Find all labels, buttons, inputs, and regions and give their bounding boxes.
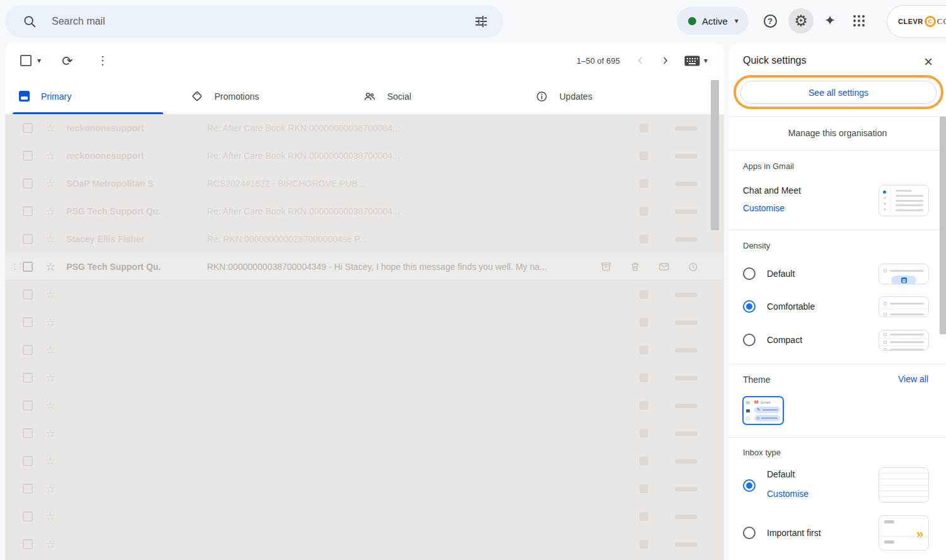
row-checkbox[interactable] xyxy=(23,317,33,327)
quick-settings-panel: Quick settings × See all settings Manage… xyxy=(729,43,946,560)
density-option-comfortable[interactable]: Comfortable xyxy=(743,300,815,313)
theme-thumbnail[interactable]: MGmail ✎ xyxy=(742,396,784,425)
row-checkbox[interactable] xyxy=(23,262,33,272)
row-checkbox[interactable] xyxy=(23,373,33,383)
tab-social[interactable]: Social xyxy=(349,78,522,114)
panel-scrollbar[interactable] xyxy=(940,117,946,334)
option-label: Default xyxy=(767,269,795,279)
refresh-icon[interactable]: ⟳ xyxy=(62,54,73,67)
input-tools-button[interactable]: ▾ xyxy=(684,55,708,66)
older-page-icon[interactable] xyxy=(653,48,678,73)
email-row[interactable]: ⋮⋮ ☆ xyxy=(5,503,724,530)
row-checkbox[interactable] xyxy=(23,428,33,438)
star-icon[interactable]: ☆ xyxy=(45,233,55,245)
star-icon[interactable]: ☆ xyxy=(45,261,55,272)
archive-icon[interactable] xyxy=(600,261,612,272)
email-row[interactable]: ⋮⋮ ☆ PSG Tech Support Qu. Re: After Care… xyxy=(5,197,724,225)
search-filter-icon[interactable] xyxy=(473,13,489,30)
mark-read-icon[interactable] xyxy=(658,261,670,272)
star-icon[interactable]: ☆ xyxy=(45,150,55,161)
star-icon[interactable]: ☆ xyxy=(45,539,55,550)
star-icon[interactable]: ☆ xyxy=(45,344,55,356)
attachment-icon xyxy=(639,290,648,299)
search-icon[interactable] xyxy=(21,13,38,30)
close-icon[interactable]: × xyxy=(916,49,941,74)
customise-apps-link[interactable]: Customise xyxy=(743,203,785,213)
inbox-option-default[interactable] xyxy=(743,479,756,494)
radio-default[interactable] xyxy=(743,267,756,280)
tab-primary[interactable]: Primary xyxy=(5,78,177,114)
email-row[interactable]: ⋮⋮ ☆ xyxy=(5,419,724,447)
row-checkbox[interactable] xyxy=(23,400,33,411)
status-selector[interactable]: Active ▾ xyxy=(677,7,749,35)
email-row[interactable]: ⋮⋮ ☆ xyxy=(5,336,724,364)
select-dropdown-icon[interactable]: ▾ xyxy=(37,56,41,65)
email-row[interactable]: ⋮⋮ ☆ Stacey Ellis Fisher Re: RKN:0000000… xyxy=(5,225,724,253)
chat-and-meet-label: Chat and Meet xyxy=(743,185,801,195)
drag-handle-icon[interactable]: ⋮⋮ xyxy=(11,262,19,271)
customise-inbox-link[interactable]: Customise xyxy=(767,489,809,499)
row-checkbox[interactable] xyxy=(23,178,33,189)
newer-page-icon[interactable] xyxy=(628,48,653,73)
star-icon[interactable]: ☆ xyxy=(45,400,55,411)
row-checkbox[interactable] xyxy=(23,456,33,466)
email-row[interactable]: ⋮⋮ ☆ reckononesupport Re: After Care Boo… xyxy=(5,114,724,142)
star-icon[interactable]: ☆ xyxy=(45,289,55,300)
email-row[interactable]: ⋮⋮ ☆ PSG Tech Support Qu. RKN:0000000003… xyxy=(5,253,724,281)
radio-inbox-default[interactable] xyxy=(743,479,756,492)
gmail-window: Search mail Active ▾ ? ⚙ ✦ CLEVR C COPY xyxy=(0,0,946,560)
email-row[interactable]: ⋮⋮ ☆ SOaP Metropolitan S RCS2024#1622 - … xyxy=(5,170,724,197)
row-checkbox[interactable] xyxy=(23,539,33,549)
email-row[interactable]: ⋮⋮ ☆ xyxy=(5,392,724,419)
row-checkbox[interactable] xyxy=(23,345,33,355)
snooze-icon[interactable] xyxy=(687,261,699,272)
google-apps-button[interactable] xyxy=(846,8,872,33)
settings-button[interactable]: ⚙ xyxy=(788,8,814,33)
select-all-checkbox[interactable] xyxy=(20,55,32,66)
email-row[interactable]: ⋮⋮ ☆ xyxy=(5,364,724,392)
email-row[interactable]: ⋮⋮ ☆ xyxy=(5,530,724,558)
star-icon[interactable]: ☆ xyxy=(45,178,55,189)
account-logo-pill[interactable]: CLEVR C COPY xyxy=(887,5,946,38)
radio-compact[interactable] xyxy=(743,334,756,346)
inbox-option-important[interactable] xyxy=(743,527,756,542)
radio-comfortable[interactable] xyxy=(743,300,756,313)
search-bar[interactable]: Search mail xyxy=(5,5,503,38)
radio-important-first[interactable] xyxy=(743,527,756,539)
star-icon[interactable]: ☆ xyxy=(45,483,55,494)
star-icon[interactable]: ☆ xyxy=(45,511,55,522)
mail-scrollbar[interactable] xyxy=(711,80,719,230)
density-option-default[interactable]: Default xyxy=(743,267,795,280)
tab-promotions[interactable]: Promotions xyxy=(177,78,349,114)
email-row[interactable]: ⋮⋮ ☆ reckononesupport Re: After Care Boo… xyxy=(5,142,724,170)
star-icon[interactable]: ☆ xyxy=(45,428,55,439)
view-all-themes-link[interactable]: View all xyxy=(898,374,928,384)
row-checkbox[interactable] xyxy=(23,151,33,161)
star-icon[interactable]: ☆ xyxy=(45,455,55,467)
delete-icon[interactable] xyxy=(629,261,641,272)
star-icon[interactable]: ☆ xyxy=(45,372,55,383)
star-icon[interactable]: ☆ xyxy=(45,317,55,328)
star-icon[interactable]: ☆ xyxy=(45,122,55,134)
row-checkbox[interactable] xyxy=(23,289,33,300)
row-meta xyxy=(639,318,698,327)
star-icon[interactable]: ☆ xyxy=(45,206,55,217)
search-input[interactable]: Search mail xyxy=(52,16,473,27)
tab-updates[interactable]: Updates xyxy=(522,78,694,114)
density-option-compact[interactable]: Compact xyxy=(743,334,802,346)
row-checkbox[interactable] xyxy=(23,511,33,522)
email-row[interactable]: ⋮⋮ ☆ xyxy=(5,308,724,336)
row-actions xyxy=(600,261,699,272)
row-checkbox[interactable] xyxy=(23,123,33,133)
row-checkbox[interactable] xyxy=(23,484,33,494)
row-checkbox[interactable] xyxy=(23,234,33,244)
email-row[interactable]: ⋮⋮ ☆ xyxy=(5,475,724,503)
gemini-button[interactable]: ✦ xyxy=(817,8,843,33)
more-options-icon[interactable]: ⋮ xyxy=(97,54,108,67)
email-row[interactable]: ⋮⋮ ☆ xyxy=(5,447,724,475)
see-all-settings-button[interactable]: See all settings xyxy=(740,81,937,104)
help-button[interactable]: ? xyxy=(757,8,783,33)
row-checkbox[interactable] xyxy=(23,206,33,216)
email-row[interactable]: ⋮⋮ ☆ xyxy=(5,281,724,308)
manage-organisation-link[interactable]: Manage this organisation xyxy=(729,128,946,138)
